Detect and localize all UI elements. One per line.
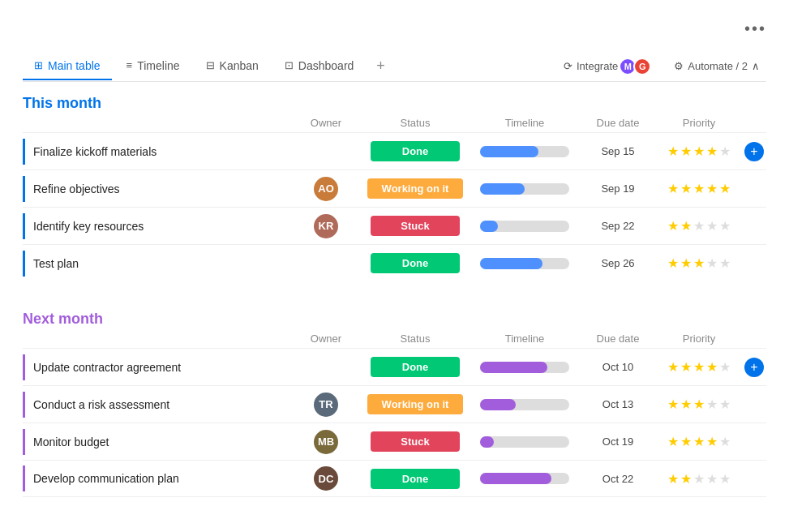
star-3: ★ bbox=[693, 397, 705, 412]
star-1: ★ bbox=[667, 218, 679, 234]
star-3: ★ bbox=[693, 181, 705, 196]
status-cell[interactable]: Working on it bbox=[358, 394, 472, 414]
star-4: ★ bbox=[706, 255, 718, 271]
add-row-button[interactable]: + bbox=[744, 142, 764, 161]
add-tab-button[interactable]: + bbox=[368, 51, 393, 81]
timeline-cell bbox=[472, 258, 577, 269]
priority-cell: ★★★★★ bbox=[658, 255, 740, 271]
timeline-bar bbox=[480, 146, 569, 157]
star-5: ★ bbox=[719, 181, 731, 196]
status-cell[interactable]: Done bbox=[358, 469, 472, 489]
add-col: + bbox=[740, 142, 769, 161]
task-name[interactable]: Monitor budget bbox=[23, 429, 294, 455]
integrate-icon: ⟳ bbox=[564, 60, 572, 72]
star-1: ★ bbox=[667, 181, 679, 196]
avatar: MB bbox=[314, 430, 338, 454]
col-timeline: Timeline bbox=[472, 117, 577, 129]
status-badge: Working on it bbox=[367, 394, 464, 414]
automate-icon: ⚙ bbox=[674, 60, 684, 72]
table-row: Conduct a risk assessmentTRWorking on it… bbox=[23, 385, 766, 423]
add-row-button[interactable]: + bbox=[744, 358, 764, 377]
status-badge: Stuck bbox=[371, 216, 460, 236]
col-duedate: Due date bbox=[577, 117, 658, 129]
owner-cell: TR bbox=[294, 393, 358, 417]
star-5: ★ bbox=[719, 397, 731, 412]
star-4: ★ bbox=[706, 397, 718, 412]
status-cell[interactable]: Stuck bbox=[358, 431, 472, 452]
section-this-month: This month Owner Status Timeline Due dat… bbox=[23, 95, 766, 298]
star-3: ★ bbox=[693, 218, 705, 234]
section-next-month: Next month Owner Status Timeline Due dat… bbox=[23, 311, 766, 497]
star-3: ★ bbox=[693, 434, 705, 449]
status-badge: Stuck bbox=[371, 431, 460, 452]
timeline-cell bbox=[472, 362, 577, 373]
column-headers: Owner Status Timeline Due date Priority bbox=[23, 332, 766, 348]
table-row: Refine objectivesAOWorking on it Sep 19★… bbox=[23, 169, 766, 207]
task-name[interactable]: Update contractor agreement bbox=[23, 354, 294, 380]
due-date-cell: Sep 22 bbox=[577, 220, 658, 232]
timeline-fill bbox=[480, 399, 516, 410]
due-date-cell: Sep 19 bbox=[577, 182, 658, 195]
star-3: ★ bbox=[693, 359, 705, 375]
tab-main-table[interactable]: ⊞ Main table bbox=[23, 53, 112, 80]
star-5: ★ bbox=[719, 471, 731, 487]
star-4: ★ bbox=[706, 218, 718, 234]
timeline-bar bbox=[480, 221, 569, 232]
timeline-fill bbox=[480, 258, 542, 269]
star-4: ★ bbox=[706, 181, 718, 196]
column-headers: Owner Status Timeline Due date Priority bbox=[23, 117, 766, 132]
timeline-bar bbox=[480, 399, 569, 410]
timeline-bar bbox=[480, 183, 569, 195]
timeline-icon: ≡ bbox=[126, 59, 133, 71]
task-name[interactable]: Conduct a risk assessment bbox=[23, 392, 294, 418]
more-options-button[interactable]: ••• bbox=[744, 19, 766, 38]
status-badge: Done bbox=[371, 357, 460, 377]
timeline-bar bbox=[480, 436, 569, 448]
integrate-button[interactable]: ⟳ Integrate M G bbox=[557, 54, 658, 79]
task-name[interactable]: Finalize kickoff materials bbox=[23, 139, 294, 165]
status-cell[interactable]: Stuck bbox=[358, 216, 472, 236]
avatar: DC bbox=[314, 466, 338, 491]
priority-cell: ★★★★★ bbox=[658, 471, 740, 487]
table-row: Update contractor agreementDone Oct 10★★… bbox=[23, 348, 766, 385]
task-name[interactable]: Develop communication plan bbox=[23, 466, 294, 491]
status-cell[interactable]: Done bbox=[358, 253, 472, 273]
star-3: ★ bbox=[693, 471, 705, 487]
star-5: ★ bbox=[719, 359, 731, 375]
col-priority: Priority bbox=[658, 117, 740, 129]
star-2: ★ bbox=[680, 471, 692, 487]
star-4: ★ bbox=[706, 434, 718, 449]
integrate-avatars: M G bbox=[622, 58, 651, 75]
star-2: ★ bbox=[680, 359, 692, 375]
timeline-bar bbox=[480, 473, 569, 484]
table-icon: ⊞ bbox=[34, 59, 43, 71]
timeline-cell bbox=[472, 183, 577, 195]
due-date-cell: Sep 15 bbox=[577, 145, 658, 157]
priority-cell: ★★★★★ bbox=[658, 218, 740, 234]
col-owner: Owner bbox=[294, 332, 358, 345]
automate-button[interactable]: ⚙ Automate / 2 ∧ bbox=[667, 57, 766, 75]
chevron-up-icon: ∧ bbox=[752, 60, 760, 72]
star-1: ★ bbox=[667, 255, 679, 271]
status-cell[interactable]: Working on it bbox=[358, 178, 472, 199]
owner-cell: DC bbox=[294, 466, 358, 491]
add-col: + bbox=[740, 358, 769, 377]
task-name[interactable]: Identify key resources bbox=[23, 213, 294, 239]
priority-cell: ★★★★★ bbox=[658, 359, 740, 375]
timeline-fill bbox=[480, 146, 538, 157]
due-date-cell: Sep 26 bbox=[577, 257, 658, 269]
star-4: ★ bbox=[706, 471, 718, 487]
timeline-fill bbox=[480, 473, 551, 484]
task-name[interactable]: Test plan bbox=[23, 251, 294, 277]
task-name[interactable]: Refine objectives bbox=[23, 176, 294, 202]
status-cell[interactable]: Done bbox=[358, 357, 472, 377]
kanban-icon: ⊟ bbox=[206, 59, 215, 71]
tab-timeline[interactable]: ≡ Timeline bbox=[115, 53, 191, 80]
status-cell[interactable]: Done bbox=[358, 141, 472, 161]
star-2: ★ bbox=[680, 434, 692, 449]
tab-dashboard[interactable]: ⊡ Dashboard bbox=[273, 53, 366, 80]
timeline-bar bbox=[480, 258, 569, 269]
tab-kanban[interactable]: ⊟ Kanban bbox=[195, 53, 270, 80]
priority-cell: ★★★★★ bbox=[658, 397, 740, 412]
dashboard-icon: ⊡ bbox=[285, 59, 294, 71]
